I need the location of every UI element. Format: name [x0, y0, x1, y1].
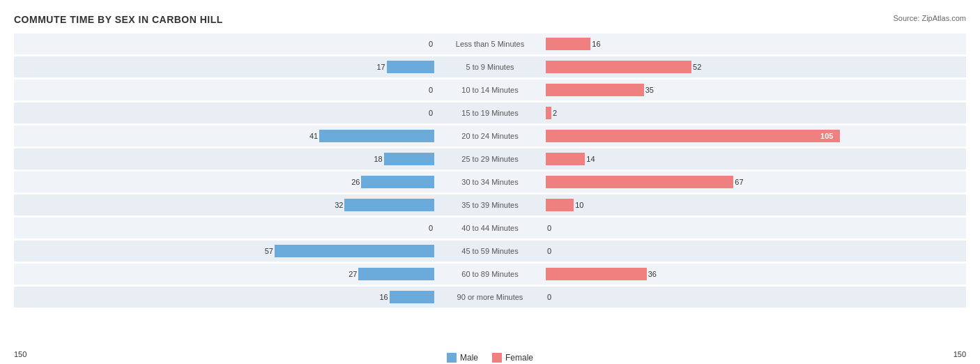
- row-label: 25 to 29 Minutes: [434, 155, 546, 163]
- chart-row: 2760 to 89 Minutes36: [14, 264, 966, 285]
- female-legend-box: [492, 353, 502, 363]
- chart-row: 0Less than 5 Minutes16: [14, 33, 966, 54]
- chart-row: 2630 to 34 Minutes67: [14, 172, 966, 192]
- male-value: 27: [349, 270, 357, 278]
- chart-row: 3235 to 39 Minutes10: [14, 195, 966, 215]
- row-label: 45 to 59 Minutes: [434, 247, 546, 255]
- male-bar: [358, 268, 434, 280]
- chart-row: 4120 to 24 Minutes105: [14, 126, 966, 146]
- row-label: 60 to 89 Minutes: [434, 270, 546, 278]
- male-value: 18: [374, 155, 382, 163]
- chart-legend: Male Female: [447, 353, 533, 363]
- chart-rows: 0Less than 5 Minutes16175 to 9 Minutes52…: [14, 33, 966, 308]
- male-value: 26: [351, 178, 360, 186]
- female-bar: [546, 61, 691, 73]
- female-value: 2: [553, 109, 557, 117]
- row-label: 40 to 44 Minutes: [434, 224, 546, 232]
- male-bar: [361, 176, 434, 188]
- row-label: 15 to 19 Minutes: [434, 109, 546, 117]
- male-value: 41: [309, 132, 318, 140]
- female-value: 36: [648, 270, 657, 278]
- male-value: 0: [429, 109, 433, 117]
- chart-row: 1825 to 29 Minutes14: [14, 149, 966, 169]
- row-label: 90 or more Minutes: [434, 293, 546, 301]
- male-value: 0: [429, 86, 433, 94]
- male-bar: [344, 199, 434, 211]
- chart-row: 5745 to 59 Minutes0: [14, 241, 966, 261]
- row-label: 10 to 14 Minutes: [434, 86, 546, 94]
- legend-female: Female: [492, 353, 533, 363]
- female-value: 16: [592, 40, 600, 48]
- row-label: Less than 5 Minutes: [434, 40, 546, 48]
- female-bar: [546, 268, 647, 280]
- female-value: 105: [820, 132, 833, 140]
- chart-row: 015 to 19 Minutes2: [14, 103, 966, 123]
- axis-right: 150: [954, 350, 966, 358]
- row-label: 35 to 39 Minutes: [434, 201, 546, 209]
- female-value: 0: [547, 224, 551, 232]
- female-bar: [546, 38, 590, 50]
- row-label: 5 to 9 Minutes: [434, 63, 546, 71]
- female-value: 10: [575, 201, 583, 209]
- male-bar: [390, 291, 434, 303]
- axis-left: 150: [14, 350, 26, 358]
- row-label: 20 to 24 Minutes: [434, 132, 546, 140]
- chart-row: 175 to 9 Minutes52: [14, 56, 966, 77]
- male-bar: [319, 130, 434, 142]
- row-label: 30 to 34 Minutes: [434, 178, 546, 186]
- female-bar: [546, 107, 551, 119]
- chart-container: COMMUTE TIME BY SEX IN CARBON HILL Sourc…: [0, 0, 980, 364]
- female-bar: [546, 199, 574, 211]
- female-bar: [546, 130, 840, 142]
- legend-male: Male: [447, 353, 478, 363]
- source-label: Source: ZipAtlas.com: [893, 14, 966, 22]
- female-bar: [546, 84, 644, 96]
- male-value: 57: [265, 247, 273, 255]
- male-bar: [275, 245, 434, 257]
- female-value: 35: [645, 86, 654, 94]
- male-value: 32: [335, 201, 343, 209]
- male-value: 16: [379, 293, 388, 301]
- female-value: 14: [586, 155, 595, 163]
- female-value: 0: [547, 293, 551, 301]
- female-value: 52: [693, 63, 701, 71]
- chart-row: 040 to 44 Minutes0: [14, 218, 966, 238]
- female-legend-label: Female: [505, 353, 533, 363]
- chart-row: 010 to 14 Minutes35: [14, 79, 966, 100]
- female-bar: [546, 153, 585, 165]
- male-legend-box: [447, 353, 457, 363]
- female-value: 67: [735, 178, 743, 186]
- male-value: 0: [429, 40, 433, 48]
- female-value: 0: [547, 247, 551, 255]
- male-value: 0: [429, 224, 433, 232]
- male-bar: [387, 61, 434, 73]
- female-bar: [546, 176, 733, 188]
- chart-row: 1690 or more Minutes0: [14, 287, 966, 308]
- male-legend-label: Male: [460, 353, 478, 363]
- male-value: 17: [376, 63, 385, 71]
- male-bar: [384, 153, 434, 165]
- chart-title: COMMUTE TIME BY SEX IN CARBON HILL: [14, 14, 966, 25]
